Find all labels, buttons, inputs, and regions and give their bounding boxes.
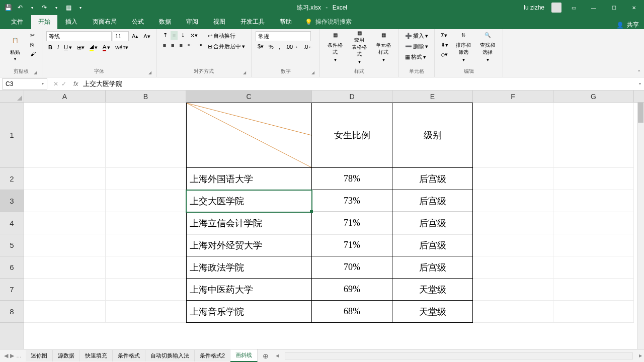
percent-button[interactable]: % <box>267 42 276 51</box>
cell[interactable] <box>24 168 106 190</box>
tell-me-search[interactable]: 💡 操作说明搜索 <box>300 15 357 29</box>
decrease-font-button[interactable]: A▾ <box>141 31 152 41</box>
fill-button[interactable]: ⬇▾ <box>439 41 450 49</box>
row-header-5[interactable]: 5 <box>0 234 24 256</box>
sheet-tab-source[interactable]: 源数据 <box>53 350 80 361</box>
tab-review[interactable]: 审阅 <box>179 15 205 29</box>
tab-home[interactable]: 开始 <box>31 15 57 29</box>
cell[interactable] <box>553 279 634 301</box>
cell[interactable] <box>106 190 186 212</box>
orientation-button[interactable]: ⤭▾ <box>188 31 200 40</box>
formula-bar[interactable] <box>81 78 636 89</box>
collapse-ribbon-icon[interactable]: ⌃ <box>637 69 641 75</box>
sort-filter-button[interactable]: ⇅排序和筛选▾ <box>452 31 474 63</box>
comma-button[interactable]: , <box>277 42 282 51</box>
col-header-e[interactable]: E <box>392 90 473 102</box>
cell[interactable] <box>553 190 634 212</box>
wrap-text-button[interactable]: ↩自动换行 <box>206 31 247 41</box>
cell-c2[interactable]: 上海外国语大学 <box>186 168 312 190</box>
cell-d4[interactable]: 71% <box>312 212 392 234</box>
undo-dropdown-icon[interactable]: ▾ <box>28 4 36 12</box>
cell-e1[interactable]: 级别 <box>392 103 473 168</box>
cell-c6[interactable]: 上海政法学院 <box>186 256 312 279</box>
fx-icon[interactable]: fx <box>70 80 81 87</box>
underline-button[interactable]: U▾ <box>62 42 74 52</box>
cell[interactable] <box>106 256 186 279</box>
cell[interactable] <box>553 256 634 279</box>
sheet-nav-prev-icon[interactable]: ◀ <box>4 352 8 359</box>
row-header-7[interactable]: 7 <box>0 279 24 301</box>
align-left-button[interactable]: ≡ <box>161 41 168 49</box>
autosum-button[interactable]: Σ▾ <box>439 31 450 40</box>
conditional-format-button[interactable]: ▦条件格式▾ <box>324 31 346 63</box>
col-header-b[interactable]: B <box>106 90 186 102</box>
cell[interactable] <box>24 256 106 279</box>
tab-view[interactable]: 视图 <box>206 15 232 29</box>
cell[interactable] <box>24 190 106 212</box>
qat-customize-icon[interactable]: ▦ <box>64 4 72 12</box>
cell-e6[interactable]: 后宫级 <box>392 256 473 279</box>
cell-c4[interactable]: 上海立信会计学院 <box>186 212 312 234</box>
cell-d5[interactable]: 71% <box>312 234 392 256</box>
select-all-corner[interactable] <box>0 90 24 103</box>
tab-file[interactable]: 文件 <box>4 15 30 29</box>
cell[interactable] <box>106 212 186 234</box>
border-button[interactable]: ⊞▾ <box>75 42 87 52</box>
cell[interactable] <box>106 279 186 301</box>
cell-d3[interactable]: 73% <box>312 190 392 212</box>
italic-button[interactable]: I <box>55 42 61 52</box>
cell-e8[interactable]: 天堂级 <box>392 301 473 323</box>
qat-more-icon[interactable]: ▾ <box>76 4 85 12</box>
cell[interactable] <box>24 103 106 168</box>
cell-e2[interactable]: 后宫级 <box>392 168 473 190</box>
vertical-scrollbar[interactable] <box>637 103 644 349</box>
cell-d7[interactable]: 69% <box>312 279 392 301</box>
tab-developer[interactable]: 开发工具 <box>233 15 272 29</box>
format-painter-button[interactable]: 🖌 <box>28 50 38 58</box>
avatar[interactable] <box>551 3 561 13</box>
tab-data[interactable]: 数据 <box>152 15 178 29</box>
cell[interactable] <box>553 103 634 168</box>
row-header-1[interactable]: 1 <box>0 103 24 168</box>
alignment-launcher-icon[interactable]: ◢ <box>243 70 246 75</box>
maximize-button[interactable]: ☐ <box>606 0 622 15</box>
cell[interactable] <box>106 234 186 256</box>
cell[interactable] <box>106 301 186 323</box>
cell-e3[interactable]: 后宫级 <box>392 190 473 212</box>
paste-button[interactable]: 📋 粘贴 ▾ <box>4 31 26 63</box>
sheet-nav-more-icon[interactable]: … <box>16 352 22 359</box>
align-right-button[interactable]: ≡ <box>178 41 185 49</box>
chevron-down-icon[interactable]: ▾ <box>42 81 44 86</box>
cell[interactable] <box>473 279 553 301</box>
delete-cells-button[interactable]: ➖删除▾ <box>403 42 430 51</box>
clear-button[interactable]: ◇▾ <box>439 50 450 59</box>
close-button[interactable]: ✕ <box>626 0 642 15</box>
tab-page-layout[interactable]: 页面布局 <box>86 15 124 29</box>
undo-icon[interactable]: ↶ <box>16 4 24 12</box>
number-launcher-icon[interactable]: ◢ <box>311 70 314 75</box>
col-header-c[interactable]: C <box>186 90 312 102</box>
cell-d1[interactable]: 女生比例 <box>312 103 392 168</box>
cell[interactable] <box>553 301 634 323</box>
cell[interactable] <box>106 103 186 168</box>
col-header-f[interactable]: F <box>473 90 553 102</box>
decrease-decimal-button[interactable]: .0← <box>301 42 315 51</box>
hscroll-right-icon[interactable]: ▶ <box>637 352 644 359</box>
clipboard-launcher-icon[interactable]: ◢ <box>34 70 37 75</box>
cut-button[interactable]: ✂ <box>28 31 38 40</box>
bold-button[interactable]: B <box>46 42 54 52</box>
align-center-button[interactable]: ≡ <box>169 41 176 49</box>
horizontal-scrollbar[interactable] <box>285 352 633 359</box>
format-cells-button[interactable]: ▦格式▾ <box>403 52 430 62</box>
increase-font-button[interactable]: A▴ <box>130 31 140 41</box>
align-top-button[interactable]: ⤒ <box>161 31 170 40</box>
cell-e7[interactable]: 天堂级 <box>392 279 473 301</box>
find-select-button[interactable]: 🔍查找和选择▾ <box>476 31 499 63</box>
cell-e4[interactable]: 后宫级 <box>392 212 473 234</box>
increase-indent-button[interactable]: ⇥ <box>195 41 204 49</box>
cell[interactable] <box>473 301 553 323</box>
row-header-8[interactable]: 8 <box>0 301 24 323</box>
decrease-indent-button[interactable]: ⇤ <box>186 41 194 49</box>
redo-dropdown-icon[interactable]: ▾ <box>52 4 60 12</box>
fill-color-button[interactable]: ◢▾ <box>88 42 100 52</box>
